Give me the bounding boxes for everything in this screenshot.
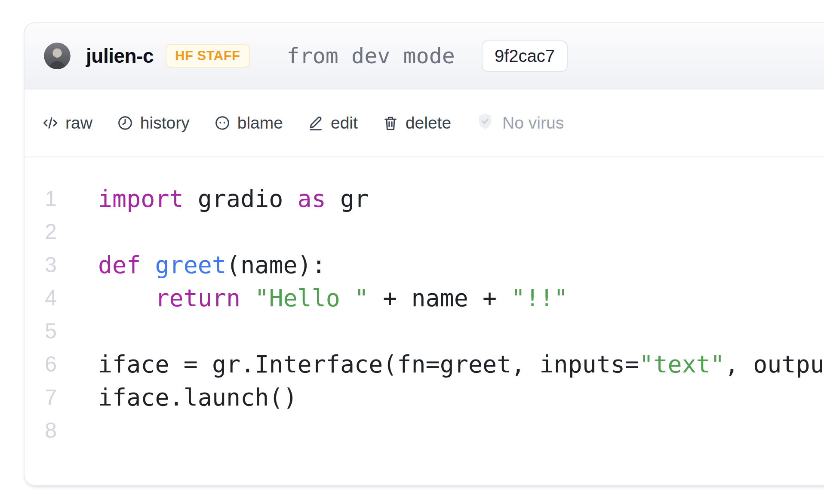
pencil-icon (307, 114, 324, 132)
code-brackets-icon (42, 114, 59, 132)
trash-icon (382, 114, 399, 132)
code-text: return "Hello " + name + "!!" (98, 282, 568, 315)
line-number[interactable]: 8 (25, 414, 57, 447)
code-line: 2 (25, 215, 824, 249)
avatar-photo-icon (44, 43, 71, 69)
commit-header: julien-c HF STAFF from dev mode 9f2cac7 (25, 23, 824, 89)
face-icon (214, 114, 231, 132)
code-line: 7iface.launch() (25, 381, 824, 414)
line-number[interactable]: 6 (25, 348, 57, 381)
edit-label: edit (331, 114, 358, 132)
user-avatar[interactable] (44, 43, 71, 69)
commit-hash-button[interactable]: 9f2cac7 (482, 40, 568, 72)
code-line: 5 (25, 315, 824, 348)
line-number[interactable]: 3 (25, 249, 57, 282)
code-text: iface = gr.Interface(fn=greet, inputs="t… (98, 348, 824, 381)
code-line: 6iface = gr.Interface(fn=greet, inputs="… (25, 348, 824, 381)
line-number[interactable]: 1 (25, 182, 57, 215)
commit-message[interactable]: from dev mode (287, 43, 455, 68)
hf-staff-badge: HF STAFF (166, 44, 250, 68)
code-line: 3def greet(name): (25, 249, 824, 282)
username[interactable]: julien-c (86, 44, 154, 68)
no-virus-label: No virus (502, 114, 564, 132)
history-label: history (140, 114, 190, 132)
code-text: def greet(name): (98, 249, 326, 282)
code-line: 1import gradio as gr (25, 182, 824, 215)
code-block: 1import gradio as gr23def greet(name):4 … (25, 157, 824, 447)
clock-icon (117, 114, 134, 132)
line-number[interactable]: 7 (25, 381, 57, 414)
virus-scan-status[interactable]: No virus (475, 111, 564, 135)
delete-label: delete (406, 114, 451, 132)
line-number[interactable]: 4 (25, 282, 57, 315)
code-text: iface.launch() (98, 381, 298, 414)
raw-label: raw (65, 114, 92, 132)
blame-button[interactable]: blame (214, 114, 283, 132)
raw-button[interactable]: raw (42, 114, 92, 132)
delete-button[interactable]: delete (382, 114, 451, 132)
edit-button[interactable]: edit (307, 114, 358, 132)
line-number[interactable]: 5 (25, 315, 57, 348)
file-toolbar: raw history blame (25, 89, 824, 157)
file-viewer-card: julien-c HF STAFF from dev mode 9f2cac7 … (24, 22, 824, 486)
code-line: 4 return "Hello " + name + "!!" (25, 282, 824, 315)
code-text: import gradio as gr (98, 182, 369, 215)
code-line: 8 (25, 414, 824, 447)
history-button[interactable]: history (117, 114, 190, 132)
blame-label: blame (237, 114, 283, 132)
line-number[interactable]: 2 (25, 215, 57, 249)
shield-check-icon (475, 111, 495, 135)
